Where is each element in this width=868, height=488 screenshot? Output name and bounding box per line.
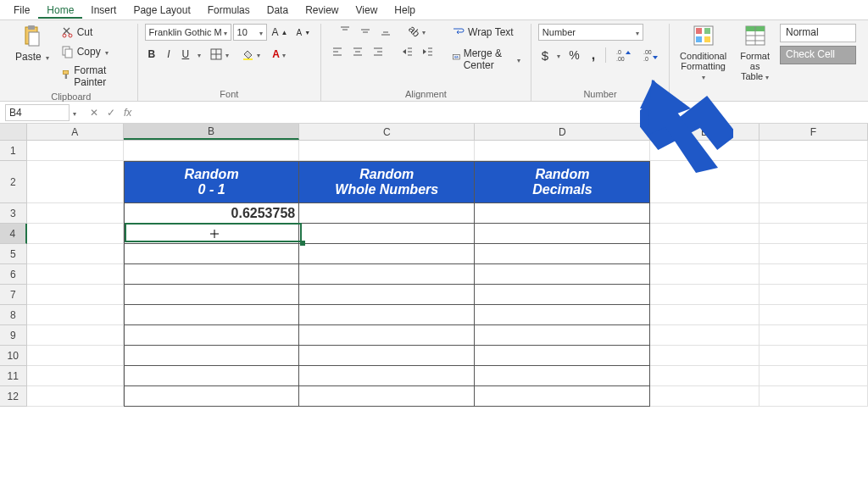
col-header-E[interactable]: E <box>650 124 759 140</box>
cell-F10[interactable] <box>760 346 868 366</box>
row-header-3[interactable]: 3 <box>0 203 27 224</box>
cell-F1[interactable] <box>760 141 868 161</box>
col-header-C[interactable]: C <box>299 124 475 140</box>
format-painter-button[interactable]: Format Painter <box>58 63 131 90</box>
decrease-decimal-button[interactable]: .00.0 <box>640 47 662 64</box>
conditional-formatting-icon[interactable] <box>692 24 715 47</box>
underline-button[interactable]: U <box>179 47 193 62</box>
cell-F6[interactable] <box>760 264 868 285</box>
cell-D10[interactable] <box>475 346 650 366</box>
enter-formula-icon[interactable]: ✓ <box>107 107 115 119</box>
menu-page-layout[interactable]: Page Layout <box>125 2 198 19</box>
wrap-text-button[interactable]: Wrap Text <box>448 24 517 41</box>
cell-A6[interactable] <box>27 264 124 285</box>
cell-E8[interactable] <box>650 305 759 325</box>
cell-A4[interactable] <box>27 224 124 244</box>
cell-E2[interactable] <box>650 161 759 203</box>
cell-A7[interactable] <box>27 285 124 305</box>
bold-button[interactable]: B <box>145 47 159 62</box>
increase-indent-button[interactable] <box>418 44 437 59</box>
cell-C9[interactable] <box>299 325 475 346</box>
cell-E4[interactable] <box>650 224 759 244</box>
cell-B12[interactable] <box>124 386 299 407</box>
increase-font-button[interactable]: A▲ <box>269 25 292 40</box>
cell-F8[interactable] <box>760 305 868 325</box>
decrease-font-button[interactable]: A▼ <box>292 26 314 39</box>
fill-color-button[interactable] <box>237 46 264 63</box>
cell-D11[interactable] <box>475 366 650 386</box>
row-header-8[interactable]: 8 <box>0 305 27 325</box>
row-header-2[interactable]: 2 <box>0 161 27 203</box>
cell-A9[interactable] <box>27 325 124 346</box>
cell-E7[interactable] <box>650 285 759 305</box>
cell-C7[interactable] <box>299 285 475 305</box>
align-left-button[interactable] <box>328 44 347 59</box>
align-middle-button[interactable] <box>356 24 375 39</box>
borders-button[interactable] <box>206 46 232 63</box>
cancel-formula-icon[interactable]: ✕ <box>90 107 98 119</box>
cell-F7[interactable] <box>760 285 868 305</box>
cell-F5[interactable] <box>760 244 868 264</box>
cell-F2[interactable] <box>760 161 868 203</box>
font-name-combo[interactable]: Franklin Gothic M <box>145 24 231 41</box>
row-header-7[interactable]: 7 <box>0 285 27 305</box>
cell-C10[interactable] <box>299 346 475 366</box>
decrease-indent-button[interactable] <box>398 44 416 59</box>
cell-B9[interactable] <box>124 325 299 346</box>
format-as-table-icon[interactable] <box>743 24 767 47</box>
cell-A5[interactable] <box>27 244 124 264</box>
align-right-button[interactable] <box>369 44 387 59</box>
cell-B3[interactable]: 0.6253758 <box>124 203 299 224</box>
cell-D3[interactable] <box>475 203 650 224</box>
cell-A11[interactable] <box>27 366 124 386</box>
col-header-A[interactable]: A <box>27 124 124 140</box>
cell-D6[interactable] <box>475 264 650 285</box>
italic-button[interactable]: I <box>164 47 173 62</box>
cell-B6[interactable] <box>124 264 299 285</box>
cell-D1[interactable] <box>475 141 650 161</box>
percent-button[interactable]: % <box>565 47 582 64</box>
cell-D5[interactable] <box>475 244 650 264</box>
cell-F12[interactable] <box>760 386 868 407</box>
cell-style-normal[interactable]: Normal <box>780 24 856 42</box>
name-box[interactable]: B4 <box>5 104 70 121</box>
fx-icon[interactable]: fx <box>124 107 131 119</box>
align-bottom-button[interactable] <box>376 24 395 39</box>
menu-review[interactable]: Review <box>297 2 347 19</box>
cell-C8[interactable] <box>299 305 475 325</box>
cell-A3[interactable] <box>27 203 124 224</box>
cell-E5[interactable] <box>650 244 759 264</box>
cell-style-check-cell[interactable]: Check Cell <box>780 46 856 64</box>
cell-D8[interactable] <box>475 305 650 325</box>
col-header-B[interactable]: B <box>124 124 299 140</box>
menu-file[interactable]: File <box>5 2 38 19</box>
col-header-D[interactable]: D <box>475 124 650 140</box>
cell-A10[interactable] <box>27 346 124 366</box>
menu-home[interactable]: Home <box>38 2 82 19</box>
cell-F4[interactable] <box>760 224 868 244</box>
merge-center-button[interactable]: Merge & Center <box>448 46 524 73</box>
cell-D7[interactable] <box>475 285 650 305</box>
cell-E1[interactable] <box>650 141 759 161</box>
conditional-formatting-button[interactable]: ConditionalFormatting <box>676 49 730 84</box>
cell-D4[interactable] <box>475 224 650 244</box>
cell-E12[interactable] <box>650 386 759 407</box>
name-box-dropdown[interactable] <box>70 107 80 119</box>
align-center-button[interactable] <box>348 44 367 59</box>
row-header-6[interactable]: 6 <box>0 264 27 285</box>
menu-help[interactable]: Help <box>386 2 424 19</box>
format-as-table-button[interactable]: Format asTable <box>737 49 773 84</box>
currency-button[interactable]: $ <box>538 47 552 64</box>
cell-B11[interactable] <box>124 366 299 386</box>
row-header-5[interactable]: 5 <box>0 244 27 264</box>
cell-C1[interactable] <box>299 141 475 161</box>
orientation-button[interactable]: ab <box>405 24 429 39</box>
number-format-combo[interactable]: Number <box>538 24 643 41</box>
cell-A12[interactable] <box>27 386 124 407</box>
row-header-12[interactable]: 12 <box>0 386 27 407</box>
cell-D9[interactable] <box>475 325 650 346</box>
cell-B1[interactable] <box>124 141 299 161</box>
cell-E6[interactable] <box>650 264 759 285</box>
menu-view[interactable]: View <box>348 2 387 19</box>
cell-B5[interactable] <box>124 244 299 264</box>
